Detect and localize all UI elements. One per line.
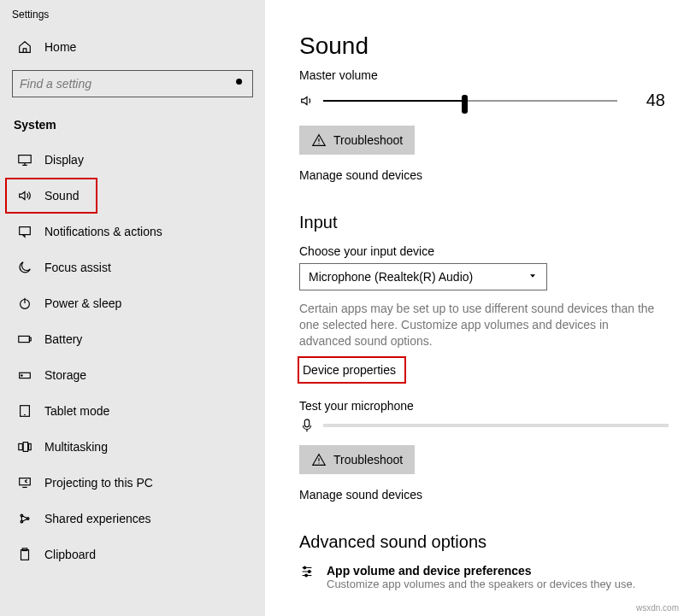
warning-icon [311,452,327,467]
svg-rect-10 [23,443,27,452]
input-device-value: Microphone (Realtek(R) Audio) [309,270,473,284]
sidebar-item-power-sleep[interactable]: Power & sleep [0,285,265,321]
advanced-heading: Advanced sound options [299,532,669,552]
sidebar-item-label: Focus assist [44,261,111,274]
main-content: Sound Master volume 48 Troubleshoot Mana… [265,0,684,616]
svg-point-21 [305,574,308,577]
advanced-item-title: App volume and device preferences [327,564,635,578]
sidebar-item-label: Battery [44,332,82,346]
svg-rect-9 [19,443,23,449]
sidebar-item-label: Sound [44,189,79,202]
svg-rect-16 [21,550,29,560]
sidebar-item-label: Tablet mode [44,404,109,418]
input-device-select[interactable]: Microphone (Realtek(R) Audio) [299,263,547,290]
search-input[interactable] [12,70,253,97]
sound-icon [17,188,32,203]
sidebar-item-sound[interactable]: Sound [5,178,97,214]
manage-output-devices-link[interactable]: Manage sound devices [299,168,669,182]
sidebar-item-home[interactable]: Home [0,29,265,63]
window-title: Settings [0,5,265,29]
svg-point-0 [236,79,242,85]
home-icon [17,39,32,55]
chevron-down-icon [528,270,538,284]
page-title: Sound [299,32,669,60]
search-box[interactable] [12,70,253,97]
battery-icon [17,331,32,347]
focus-assist-icon [17,260,32,275]
sidebar-item-label: Notifications & actions [44,225,162,238]
sidebar-item-storage[interactable]: Storage [0,357,265,393]
sidebar-section-title: System [0,106,265,137]
storage-icon [17,367,32,383]
manage-input-devices-link[interactable]: Manage sound devices [299,488,669,502]
multitasking-icon [17,439,32,455]
test-mic-label: Test your microphone [299,399,669,413]
tablet-icon [17,403,32,419]
device-properties-link[interactable]: Device properties [299,358,404,382]
sidebar-item-focus-assist[interactable]: Focus assist [0,249,265,285]
clipboard-icon [17,547,32,562]
mic-level-bar [323,424,669,427]
volume-slider[interactable] [323,94,617,108]
svg-point-20 [308,570,310,572]
sliders-icon [299,564,315,579]
notifications-icon [17,224,32,239]
sidebar-item-notifications[interactable]: Notifications & actions [0,214,265,249]
svg-rect-5 [29,337,31,341]
microphone-icon [299,418,315,433]
sidebar-item-clipboard[interactable]: Clipboard [0,537,265,572]
troubleshoot-label: Troubleshoot [333,133,403,147]
sidebar: Settings Home System Display So [0,0,265,616]
troubleshoot-input-button[interactable]: Troubleshoot [299,445,415,474]
sidebar-item-projecting[interactable]: Projecting to this PC [0,465,265,501]
svg-rect-18 [304,419,309,426]
watermark: wsxdn.com [636,603,679,613]
sidebar-item-label: Display [44,153,84,167]
speaker-icon[interactable] [299,93,315,109]
shared-icon [17,511,32,526]
advanced-item[interactable]: App volume and device preferences Custom… [299,564,669,590]
svg-rect-11 [29,443,32,449]
troubleshoot-output-button[interactable]: Troubleshoot [299,126,415,155]
sidebar-nav: Display Sound Notifications & actions Fo… [0,137,265,572]
choose-input-label: Choose your input device [299,244,669,258]
sidebar-item-label: Storage [44,368,86,382]
input-heading: Input [299,213,669,232]
troubleshoot-label: Troubleshoot [333,453,403,466]
projecting-icon [17,475,32,490]
master-volume-label: Master volume [299,68,669,82]
power-icon [17,296,32,311]
svg-rect-2 [20,227,31,235]
warning-icon [311,132,327,148]
sidebar-item-label: Clipboard [44,548,96,561]
svg-rect-4 [19,336,30,342]
sidebar-item-display[interactable]: Display [0,142,265,178]
sidebar-item-label: Multitasking [44,440,108,454]
volume-value: 48 [626,91,669,110]
sidebar-item-battery[interactable]: Battery [0,321,265,357]
svg-rect-1 [19,155,31,163]
sidebar-item-tablet-mode[interactable]: Tablet mode [0,393,265,429]
display-icon [17,152,32,167]
sidebar-item-label: Projecting to this PC [44,476,153,490]
search-icon [234,77,246,92]
sidebar-item-label: Shared experiences [44,512,151,525]
sidebar-item-shared-experiences[interactable]: Shared experiences [0,501,265,537]
home-label: Home [44,40,76,54]
advanced-item-desc: Customize app volumes and the speakers o… [327,578,635,590]
input-description: Certain apps may be set up to use differ… [299,301,658,349]
svg-point-19 [304,566,306,569]
sidebar-item-label: Power & sleep [44,296,121,310]
sidebar-item-multitasking[interactable]: Multitasking [0,429,265,465]
svg-point-7 [21,375,22,376]
